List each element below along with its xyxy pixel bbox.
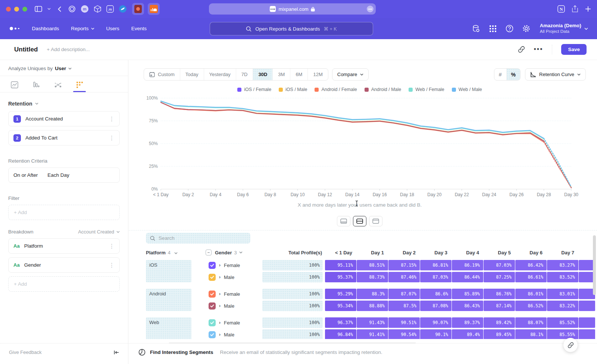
close-window-button[interactable]: [6, 7, 11, 12]
range-6m[interactable]: 6M: [290, 69, 308, 80]
chart-only-toggle[interactable]: [337, 216, 350, 226]
total-profiles-header[interactable]: Total Profile(s): [262, 250, 324, 255]
vertical-scrollbar[interactable]: [593, 235, 596, 295]
series-checkbox[interactable]: [209, 262, 216, 269]
retention-value-cell[interactable]: 83.27%: [547, 260, 578, 270]
day-column-header[interactable]: Day 6: [515, 250, 546, 255]
tab-bar-chart[interactable]: [30, 81, 43, 92]
retention-value-cell[interactable]: 91.43%: [357, 317, 388, 328]
day-column-header[interactable]: Day 7: [546, 250, 578, 255]
retention-value-cell[interactable]: 90.51%: [388, 317, 420, 328]
retention-value-cell[interactable]: 88.1%: [515, 329, 547, 339]
retention-value-cell[interactable]: 95.37%: [325, 272, 356, 282]
platform-cell[interactable]: Android: [146, 289, 191, 311]
nav-users[interactable]: Users: [106, 26, 119, 31]
analyze-value[interactable]: User: [55, 66, 66, 71]
expand-row-icon[interactable]: ›: [219, 303, 221, 308]
pinned-tab-wallet-icon[interactable]: [132, 3, 144, 15]
range-today[interactable]: Today: [180, 69, 204, 80]
split-view-toggle[interactable]: [353, 216, 366, 226]
zoom-window-button[interactable]: [22, 7, 27, 12]
retention-value-cell[interactable]: 90.1%: [420, 329, 451, 339]
legend-item[interactable]: Android / Female: [315, 87, 357, 92]
retention-value-cell[interactable]: 87.03%: [484, 260, 515, 270]
platform-cell[interactable]: iOS: [146, 260, 191, 282]
nav-reports[interactable]: Reports: [71, 26, 94, 31]
minimize-window-button[interactable]: [14, 7, 19, 12]
legend-item[interactable]: Web / Male: [452, 87, 482, 92]
tab-retention[interactable]: [73, 81, 86, 92]
retention-value-cell[interactable]: 89.37%: [452, 317, 483, 328]
range-12m[interactable]: 12M: [308, 69, 328, 80]
retention-value-cell[interactable]: 83.52%: [547, 272, 578, 282]
retention-value-cell[interactable]: 87.46%: [388, 272, 420, 282]
retention-value-cell[interactable]: 86.81%: [420, 260, 451, 270]
legend-item[interactable]: iOS / Female: [237, 87, 271, 92]
expand-row-icon[interactable]: ›: [219, 291, 221, 296]
breakdown-applies-to[interactable]: Account Created: [78, 229, 120, 235]
series-checkbox[interactable]: [209, 291, 216, 298]
series-checkbox[interactable]: [209, 274, 216, 281]
collapse-sidebar-icon[interactable]: [114, 350, 119, 355]
platform-column-header[interactable]: Platform4: [146, 250, 191, 255]
kebab-menu-icon[interactable]: ⋮: [109, 116, 115, 122]
retention-value-cell[interactable]: 83.22%: [547, 301, 578, 311]
retention-value-cell[interactable]: 85.55%: [547, 329, 578, 339]
criteria-interval[interactable]: Each Day: [47, 172, 69, 178]
kebab-menu-icon[interactable]: ⋮: [109, 262, 115, 268]
day-column-header[interactable]: Day 5: [483, 250, 515, 255]
extension-ring-icon[interactable]: [67, 4, 77, 14]
series-checkbox[interactable]: [209, 319, 216, 326]
extension-m-icon[interactable]: m: [80, 4, 90, 14]
retention-value-cell[interactable]: 95.29%: [325, 289, 356, 299]
legend-item[interactable]: Android / Male: [365, 87, 401, 92]
absolute-numbers-toggle[interactable]: #: [494, 69, 507, 80]
sidebar-toggle-icon[interactable]: [34, 4, 43, 14]
kebab-menu-icon[interactable]: ⋮: [109, 135, 115, 141]
notion-icon[interactable]: N: [557, 5, 565, 13]
retention-value-cell[interactable]: 87.08%: [420, 301, 451, 311]
retention-value-cell[interactable]: 88.3%: [357, 289, 388, 299]
retention-value-cell[interactable]: 89.45%: [484, 329, 515, 339]
retention-section-title[interactable]: Retention: [0, 92, 128, 111]
retention-value-cell[interactable]: 83.01%: [547, 289, 578, 299]
expand-row-icon[interactable]: ›: [219, 332, 221, 337]
retention-value-cell[interactable]: 86.42%: [515, 260, 547, 270]
retention-value-cell[interactable]: 86.01%: [515, 289, 547, 299]
retention-value-cell[interactable]: 95.11%: [325, 260, 356, 270]
day-column-header[interactable]: Day 1: [356, 250, 388, 255]
nav-dashboards[interactable]: Dashboards: [32, 26, 59, 31]
retention-value-cell[interactable]: 88.51%: [357, 260, 388, 270]
retention-value-cell[interactable]: 88.88%: [357, 301, 388, 311]
breakdown-gender[interactable]: Aa Gender ⋮: [8, 257, 120, 273]
retention-step-1[interactable]: 1 Account Created ⋮: [8, 111, 120, 126]
table-only-toggle[interactable]: [369, 216, 382, 226]
report-description-placeholder[interactable]: + Add description...: [47, 47, 90, 52]
retention-value-cell[interactable]: 86.61%: [515, 272, 547, 282]
chevron-down-icon[interactable]: [68, 68, 72, 70]
breakdown-platform[interactable]: Aa Platform ⋮: [8, 238, 120, 254]
retention-value-cell[interactable]: [579, 317, 595, 328]
expand-row-icon[interactable]: ›: [219, 263, 221, 268]
retention-value-cell[interactable]: 85.52%: [547, 317, 578, 328]
retention-value-cell[interactable]: 87.03%: [420, 272, 451, 282]
retention-value-cell[interactable]: 86.6%: [420, 289, 451, 299]
filter-add-button[interactable]: + Add: [8, 205, 120, 220]
save-button[interactable]: Save: [561, 44, 587, 55]
gender-column-header[interactable]: − Gender3: [191, 250, 262, 255]
apps-grid-icon[interactable]: [489, 25, 497, 32]
retention-value-cell[interactable]: 86.19%: [452, 260, 483, 270]
give-feedback-link[interactable]: Give Feedback: [9, 349, 41, 355]
nav-events[interactable]: Events: [131, 26, 147, 31]
retention-curve-plot[interactable]: [145, 95, 574, 192]
retention-value-cell[interactable]: 87.15%: [388, 260, 420, 270]
url-extensions-icon[interactable]: •••: [367, 6, 373, 12]
retention-value-cell[interactable]: 87.25%: [484, 272, 515, 282]
back-icon[interactable]: [54, 4, 64, 14]
retention-value-cell[interactable]: 86.52%: [515, 301, 547, 311]
data-management-icon[interactable]: [472, 25, 480, 33]
range-yesterday[interactable]: Yesterday: [204, 69, 236, 80]
retention-value-cell[interactable]: 90.54%: [388, 329, 420, 339]
retention-value-cell[interactable]: 87.14%: [484, 301, 515, 311]
chevron-down-icon[interactable]: [46, 4, 51, 14]
